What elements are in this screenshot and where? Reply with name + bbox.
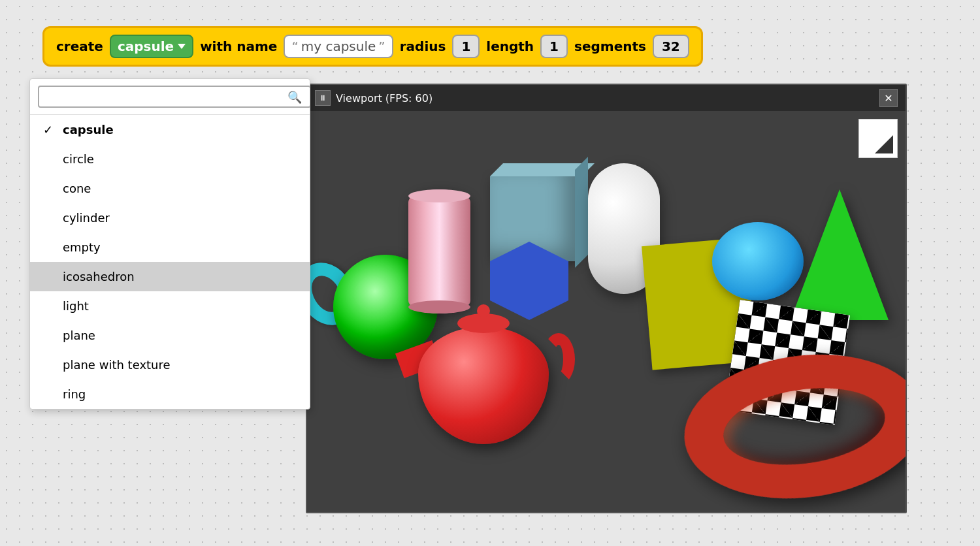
list-item[interactable]: ring: [30, 379, 310, 409]
item-label: cylinder: [63, 211, 110, 225]
item-label: empty: [63, 240, 101, 254]
item-label: ring: [63, 387, 86, 401]
shape-dropdown-list: 🔍 ✓ capsule circle cone cylinder empty: [29, 78, 310, 410]
length-label: length: [486, 39, 534, 54]
viewport-canvas[interactable]: [307, 111, 906, 513]
teapot-body: [418, 327, 549, 444]
blue-circle-object: [712, 222, 804, 300]
name-value[interactable]: my capsule: [301, 39, 376, 54]
list-item[interactable]: plane: [30, 321, 310, 350]
shape-label: capsule: [118, 39, 174, 54]
shape-list: ✓ capsule circle cone cylinder empty ico…: [30, 115, 310, 409]
green-cone-object: [791, 189, 889, 320]
item-label: light: [63, 299, 89, 313]
scene-container: [307, 111, 906, 513]
list-item[interactable]: icosahedron: [30, 262, 310, 291]
search-bar: 🔍: [30, 79, 310, 115]
list-item[interactable]: circle: [30, 144, 310, 174]
open-quote: “: [291, 39, 298, 54]
with-name-label: with name: [200, 39, 277, 54]
create-label: create: [56, 39, 103, 54]
pause-icon: ⏸: [319, 93, 327, 103]
name-input-block[interactable]: “ my capsule ”: [284, 35, 393, 58]
dropdown-arrow-icon: [178, 44, 186, 49]
item-label: circle: [63, 152, 94, 166]
list-item[interactable]: ✓ capsule: [30, 115, 310, 144]
close-icon: ✕: [884, 92, 892, 104]
shape-dropdown[interactable]: capsule: [110, 35, 193, 58]
radius-label: radius: [400, 39, 446, 54]
item-label: cone: [63, 182, 91, 195]
close-quote: ”: [378, 39, 385, 54]
teapot-lid: [457, 313, 510, 333]
item-label: capsule: [63, 123, 114, 136]
red-teapot-object: [399, 307, 581, 451]
segments-value[interactable]: 32: [653, 35, 689, 58]
teapot-handle: [542, 333, 575, 385]
viewport-header-left: ⏸ Viewport (FPS: 60): [315, 90, 433, 106]
segments-label: segments: [574, 39, 646, 54]
radius-value[interactable]: 1: [452, 35, 480, 58]
list-item[interactable]: light: [30, 291, 310, 321]
create-block: create capsule with name “ my capsule ” …: [42, 26, 703, 67]
list-item[interactable]: plane with texture: [30, 350, 310, 379]
viewport: ⏸ Viewport (FPS: 60) ✕: [306, 84, 907, 513]
item-label: plane with texture: [63, 358, 171, 372]
search-input[interactable]: [38, 86, 310, 108]
pink-cylinder-object: [408, 189, 470, 313]
pause-button[interactable]: ⏸: [315, 90, 331, 106]
checkmark-icon: ✓: [43, 123, 56, 136]
list-item[interactable]: cylinder: [30, 203, 310, 233]
close-button[interactable]: ✕: [879, 89, 898, 107]
list-item[interactable]: cone: [30, 174, 310, 203]
item-label: plane: [63, 329, 95, 342]
item-label: icosahedron: [63, 270, 135, 283]
length-value[interactable]: 1: [540, 35, 568, 58]
viewport-title: Viewport (FPS: 60): [336, 92, 433, 104]
viewport-header: ⏸ Viewport (FPS: 60) ✕: [307, 85, 906, 111]
list-item[interactable]: empty: [30, 233, 310, 262]
